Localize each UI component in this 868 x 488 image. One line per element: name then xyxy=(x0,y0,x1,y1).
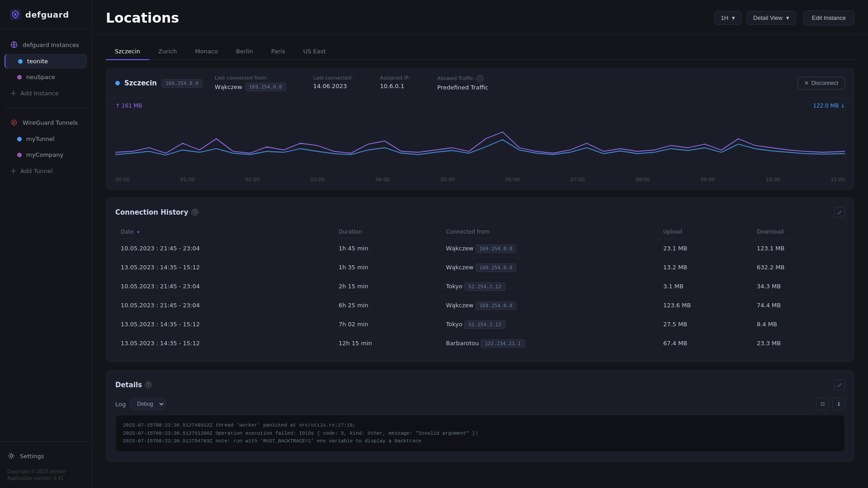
cell-connected-from: Wąkczew 169.254.0.0 xyxy=(440,296,657,315)
neuspace-label: neuSpace xyxy=(26,74,55,80)
wireguard-label: WireGuard Tunnels xyxy=(23,119,78,126)
sidebar-item-wireguard[interactable]: WireGuard Tunnels xyxy=(5,114,87,131)
chart-time-label: 00:00 xyxy=(115,177,130,183)
chart-time-label: 06:00 xyxy=(505,177,520,183)
tab-paris[interactable]: Paris xyxy=(262,43,294,60)
sidebar-footer: Settings Copyright © 2023 teonite Applic… xyxy=(0,441,92,488)
time-filter-dropdown[interactable]: 1H ▾ xyxy=(714,11,742,25)
details-info-icon[interactable]: ⓘ xyxy=(145,381,152,389)
cell-upload: 13.2 MB xyxy=(658,258,751,277)
tab-szczecin[interactable]: Szczecin xyxy=(106,43,149,60)
details-card: Details ⓘ ⤢ Log Debug Info Error ⧉ ⬇ 202… xyxy=(106,370,854,462)
cell-duration: 7h 02 min xyxy=(333,315,441,334)
last-connected-from-item: Last connected from: Wąkczew 169.254.0.0 xyxy=(215,75,286,91)
sidebar-item-neuspace[interactable]: neuSpace xyxy=(5,70,87,84)
col-connected-from[interactable]: Connected from xyxy=(440,225,657,239)
chart-time-label: 10:00 xyxy=(765,177,780,183)
disconnect-x-icon: ✕ xyxy=(804,80,809,86)
cell-connected-from: Barbarotou 122.234.21.1 xyxy=(440,334,657,353)
sidebar-item-mytunnel[interactable]: myTunnel xyxy=(5,131,87,146)
svg-point-5 xyxy=(10,455,13,457)
col-duration[interactable]: Duration xyxy=(333,225,441,239)
add-instance-button[interactable]: + Add Instance xyxy=(5,85,87,101)
location-header: Szczecin 169.254.0.0 Last connected from… xyxy=(106,69,854,98)
log-level-dropdown[interactable]: Debug Info Error xyxy=(130,398,165,410)
table-row: 10.05.2023 : 21:45 - 23:04 2h 15 min Tok… xyxy=(115,277,845,296)
view-filter-dropdown[interactable]: Detail View ▾ xyxy=(746,11,796,25)
sidebar-logo: defguard xyxy=(0,0,92,29)
download-log-button[interactable]: ⬇ xyxy=(832,398,845,410)
col-date[interactable]: Date ▾ xyxy=(115,225,333,239)
cell-upload: 67.4 MB xyxy=(658,334,751,353)
settings-item[interactable]: Settings xyxy=(7,448,85,464)
expand-connection-history-icon[interactable]: ⤢ xyxy=(834,207,845,218)
log-actions: ⧉ ⬇ xyxy=(816,398,845,410)
location-name: Szczecin xyxy=(124,79,157,87)
content-area: SzczecinZurichMonacoBerlinParisUS East S… xyxy=(92,34,868,471)
cell-duration: 2h 15 min xyxy=(333,277,441,296)
svg-point-1 xyxy=(14,14,17,16)
location-ip-badge: 169.254.0.0 xyxy=(161,79,203,88)
log-line: 2023-07-15T08:22:36.512748912Z thread 'w… xyxy=(123,422,837,430)
chart-time-label: 03:00 xyxy=(311,177,325,183)
expand-details-icon[interactable]: ⤢ xyxy=(834,380,845,390)
cell-duration: 1h 35 min xyxy=(333,258,441,277)
assigned-ip-value: 10.6.0.1 xyxy=(380,83,410,89)
cell-duration: 12h 15 min xyxy=(333,334,441,353)
sidebar-item-teonite[interactable]: teonite xyxy=(5,54,87,69)
cell-date: 10.05.2023 : 21:45 - 23:04 xyxy=(115,296,333,315)
mycompany-label: myCompany xyxy=(26,151,63,158)
sidebar-divider xyxy=(5,108,86,108)
details-title: Details ⓘ xyxy=(115,381,152,389)
table-row: 13.05.2023 : 14:35 - 15:12 7h 02 min Tok… xyxy=(115,315,845,334)
chart-download-label: 122.0 MB ↓ xyxy=(813,103,845,109)
cell-download: 34.3 MB xyxy=(751,277,845,296)
svg-point-4 xyxy=(13,122,15,123)
connection-history-info-icon[interactable]: ⓘ xyxy=(191,209,198,216)
cell-date: 13.05.2023 : 14:35 - 15:12 xyxy=(115,258,333,277)
sidebar-item-defguard-instances[interactable]: defguard Instances xyxy=(5,37,87,53)
cell-download: 123.1 MB xyxy=(751,239,845,258)
log-container: 2023-07-15T08:22:36.512748912Z thread 'w… xyxy=(115,415,845,452)
cell-date: 10.05.2023 : 21:45 - 23:04 xyxy=(115,277,333,296)
table-row: 10.05.2023 : 21:45 - 23:04 1h 45 min Wąk… xyxy=(115,239,845,258)
location-card: Szczecin 169.254.0.0 Last connected from… xyxy=(106,68,854,189)
mytunnel-status-dot xyxy=(17,137,22,141)
allowed-traffic-info-icon[interactable]: ⓘ xyxy=(476,75,484,82)
mytunnel-label: myTunnel xyxy=(26,136,55,142)
cell-download: 632.2 MB xyxy=(751,258,845,277)
tab-monaco[interactable]: Monaco xyxy=(186,43,227,60)
page-title: Locations xyxy=(106,10,707,26)
allowed-traffic-label: Allowed Traffic: ⓘ xyxy=(437,75,488,82)
chart-time-label: 11:00 xyxy=(830,177,845,183)
tab-berlin[interactable]: Berlin xyxy=(227,43,262,60)
assigned-ip-label: Assigned IP: xyxy=(380,75,410,81)
teonite-label: teonite xyxy=(27,58,48,65)
instances-section: defguard Instances teonite neuSpace + Ad… xyxy=(0,34,92,104)
traffic-chart xyxy=(115,112,845,175)
copy-log-button[interactable]: ⧉ xyxy=(816,398,829,410)
cell-connected-from: Tokyo 52.254.2.12 xyxy=(440,315,657,334)
add-tunnel-button[interactable]: + Add Tunnel xyxy=(5,163,87,179)
chart-legend: ↑ 161 MB 122.0 MB ↓ xyxy=(115,103,845,109)
sidebar-item-mycompany[interactable]: myCompany xyxy=(5,147,87,162)
assigned-ip-item: Assigned IP: 10.6.0.1 xyxy=(380,75,410,91)
col-download[interactable]: Download xyxy=(751,225,845,239)
teonite-status-dot xyxy=(18,59,23,64)
connection-history-title: Connection History ⓘ xyxy=(115,208,198,216)
connection-history-body: 10.05.2023 : 21:45 - 23:04 1h 45 min Wąk… xyxy=(115,239,845,353)
tab-us_east[interactable]: US East xyxy=(294,43,335,60)
settings-label: Settings xyxy=(20,453,44,460)
tab-zurich[interactable]: Zurich xyxy=(149,43,186,60)
settings-icon xyxy=(7,452,15,460)
edit-instance-button[interactable]: Edit Instance xyxy=(803,10,854,25)
chart-time-label: 07:00 xyxy=(571,177,585,183)
last-connected-value: 14.06.2023 xyxy=(313,83,353,89)
col-upload[interactable]: Upload xyxy=(658,225,751,239)
disconnect-button[interactable]: ✕ Disconnect xyxy=(797,77,845,89)
cell-download: 8.4 MB xyxy=(751,315,845,334)
last-connected-item: Last connected: 14.06.2023 xyxy=(313,75,353,91)
chart-svg-container xyxy=(115,112,845,175)
cell-date: 13.05.2023 : 14:35 - 15:12 xyxy=(115,334,333,353)
page-header: Locations 1H ▾ Detail View ▾ Edit Instan… xyxy=(92,0,868,34)
